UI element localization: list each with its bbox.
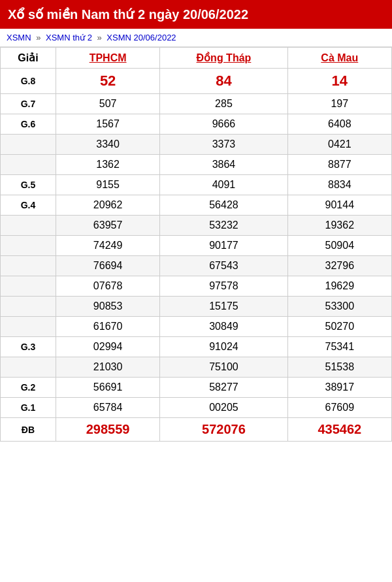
lottery-number: 97578	[160, 276, 287, 297]
lottery-number: 56691	[56, 378, 159, 398]
lottery-number: 3340	[56, 135, 159, 155]
table-row: G.6156796666408	[1, 114, 392, 135]
col-prize-header: Giải	[1, 48, 56, 69]
table-row: G.5915540918834	[1, 175, 392, 195]
prize-label: ĐB	[1, 418, 56, 442]
lottery-number: 9155	[56, 175, 159, 195]
lottery-number: 67543	[160, 256, 287, 276]
breadcrumb-link-xsmnthu2[interactable]: XSMN thứ 2	[46, 33, 92, 42]
lottery-number: 53232	[160, 216, 287, 236]
lottery-number: 38917	[287, 378, 391, 398]
table-header-row: Giải TPHCM Đồng Tháp Cà Mau	[1, 48, 392, 69]
lottery-number: 8877	[287, 155, 391, 175]
prize-label-empty	[1, 357, 56, 378]
lottery-number: 67609	[287, 398, 391, 418]
lottery-number: 90853	[56, 297, 159, 317]
lottery-number: 19629	[287, 276, 391, 297]
page-header: Xổ số miền Nam thứ 2 ngày 20/06/2022	[0, 0, 392, 29]
prize-label: G.8	[1, 69, 56, 94]
table-row: G.8528414	[1, 69, 392, 94]
lottery-number: 572076	[160, 418, 287, 442]
lottery-number: 75341	[287, 337, 391, 357]
lottery-number: 20962	[56, 195, 159, 216]
table-row: 210307510051538	[1, 357, 392, 378]
lottery-number: 435462	[287, 418, 391, 442]
lottery-number: 58277	[160, 378, 287, 398]
lottery-number: 4091	[160, 175, 287, 195]
lottery-number: 52	[56, 69, 159, 94]
lottery-number: 14	[287, 69, 391, 94]
lottery-number: 507	[56, 94, 159, 114]
lottery-number: 65784	[56, 398, 159, 418]
prize-label: G.2	[1, 378, 56, 398]
lottery-table: Giải TPHCM Đồng Tháp Cà Mau G.8528414G.7…	[0, 47, 392, 442]
lottery-number: 61670	[56, 317, 159, 337]
lottery-number: 9666	[160, 114, 287, 135]
prize-label-empty	[1, 297, 56, 317]
breadcrumb-link-xsmn[interactable]: XSMN	[7, 33, 31, 42]
lottery-number: 90177	[160, 236, 287, 256]
breadcrumb-sep1: »	[36, 33, 43, 42]
prize-label: G.1	[1, 398, 56, 418]
lottery-number: 51538	[287, 357, 391, 378]
table-row: ĐB298559572076435462	[1, 418, 392, 442]
lottery-number: 6408	[287, 114, 391, 135]
lottery-number: 02994	[56, 337, 159, 357]
breadcrumb-link-xsmn-date[interactable]: XSMN 20/06/2022	[106, 33, 176, 42]
table-row: G.3029949102475341	[1, 337, 392, 357]
prize-label-empty	[1, 256, 56, 276]
lottery-number: 8834	[287, 175, 391, 195]
table-row: 639575323219362	[1, 216, 392, 236]
table-row: G.4209625642890144	[1, 195, 392, 216]
lottery-number: 32796	[287, 256, 391, 276]
prize-label: G.3	[1, 337, 56, 357]
lottery-number: 07678	[56, 276, 159, 297]
table-row: 136238648877	[1, 155, 392, 175]
lottery-number: 91024	[160, 337, 287, 357]
lottery-number: 75100	[160, 357, 287, 378]
table-row: 742499017750904	[1, 236, 392, 256]
lottery-number: 30849	[160, 317, 287, 337]
lottery-number: 197	[287, 94, 391, 114]
prize-label: G.4	[1, 195, 56, 216]
lottery-number: 00205	[160, 398, 287, 418]
lottery-number: 50904	[287, 236, 391, 256]
table-row: 766946754332796	[1, 256, 392, 276]
prize-label-empty	[1, 236, 56, 256]
breadcrumb-sep2: »	[97, 33, 105, 42]
breadcrumb: XSMN » XSMN thứ 2 » XSMN 20/06/2022	[0, 29, 392, 47]
table-row: G.2566915827738917	[1, 378, 392, 398]
lottery-number: 74249	[56, 236, 159, 256]
col-camau-header: Cà Mau	[287, 48, 391, 69]
prize-label: G.6	[1, 114, 56, 135]
lottery-number: 53300	[287, 297, 391, 317]
table-row: G.7507285197	[1, 94, 392, 114]
lottery-number: 63957	[56, 216, 159, 236]
lottery-number: 298559	[56, 418, 159, 442]
table-row: 076789757819629	[1, 276, 392, 297]
prize-label-empty	[1, 317, 56, 337]
lottery-number: 56428	[160, 195, 287, 216]
lottery-number: 84	[160, 69, 287, 94]
lottery-number: 1362	[56, 155, 159, 175]
lottery-number: 76694	[56, 256, 159, 276]
lottery-number: 3373	[160, 135, 287, 155]
prize-label: G.5	[1, 175, 56, 195]
prize-label-empty	[1, 135, 56, 155]
lottery-number: 1567	[56, 114, 159, 135]
lottery-number: 0421	[287, 135, 391, 155]
lottery-number: 19362	[287, 216, 391, 236]
table-row: G.1657840020567609	[1, 398, 392, 418]
prize-label-empty	[1, 276, 56, 297]
lottery-number: 50270	[287, 317, 391, 337]
lottery-number: 3864	[160, 155, 287, 175]
lottery-number: 90144	[287, 195, 391, 216]
table-row: 334033730421	[1, 135, 392, 155]
table-row: 616703084950270	[1, 317, 392, 337]
col-tphcm-header: TPHCM	[56, 48, 159, 69]
page-title: Xổ số miền Nam thứ 2 ngày 20/06/2022	[8, 7, 248, 22]
col-dongthap-header: Đồng Tháp	[160, 48, 287, 69]
lottery-number: 285	[160, 94, 287, 114]
lottery-number: 15175	[160, 297, 287, 317]
prize-label-empty	[1, 155, 56, 175]
